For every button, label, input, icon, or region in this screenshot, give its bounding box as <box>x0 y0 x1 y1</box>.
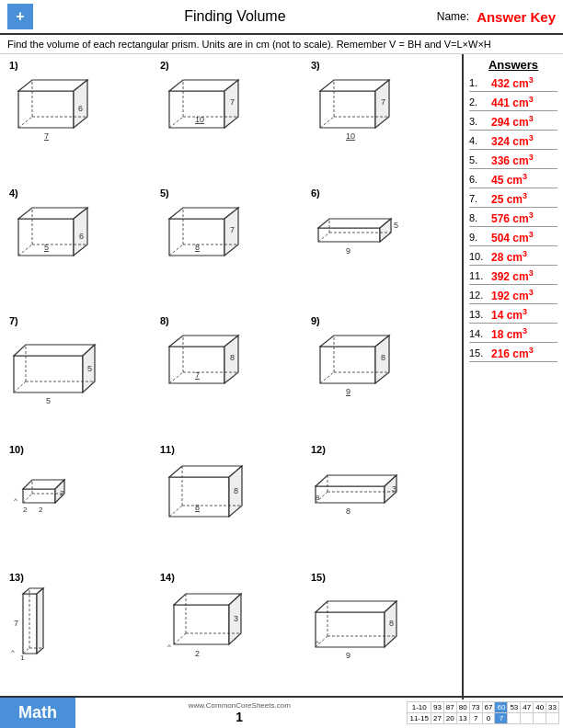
answer-val-2: 441 cm3 <box>491 95 534 109</box>
box-15: ^ 9 8 <box>311 585 412 663</box>
svg-text:2: 2 <box>23 506 28 514</box>
answer-num-7: 7. <box>469 193 488 204</box>
stat-40: 40 <box>534 702 546 713</box>
answer-val-8: 576 cm3 <box>491 210 534 225</box>
problem-8: 8) 7 8 <box>156 313 305 439</box>
stat-13: 13 <box>456 713 469 724</box>
svg-marker-101 <box>37 588 43 654</box>
footer-math-label: Math <box>0 698 75 728</box>
svg-marker-16 <box>320 91 375 128</box>
stats-table: 1-10 93 87 80 73 67 60 53 47 40 33 11-15… <box>407 701 559 724</box>
problem-12: 12) 8 8 3 <box>307 442 456 568</box>
problem-14: 14) ^ 2 3 <box>156 570 305 696</box>
problem-5-num: 5) <box>160 188 169 199</box>
svg-marker-64 <box>320 347 375 383</box>
problem-5: 5) 8 7 <box>156 186 305 312</box>
svg-text:^: ^ <box>14 496 17 505</box>
answer-item-5: 5. 336 cm3 <box>469 153 557 169</box>
box-4: 5 6 <box>9 200 110 279</box>
name-label: Name: <box>437 10 469 23</box>
svg-text:9: 9 <box>346 387 350 396</box>
answer-num-9: 9. <box>469 232 488 243</box>
answer-val-3: 294 cm3 <box>491 114 534 129</box>
svg-text:1: 1 <box>20 654 25 662</box>
answer-num-1: 1. <box>469 77 488 88</box>
stat-20: 20 <box>443 713 456 724</box>
problem-3-num: 3) <box>311 60 320 71</box>
svg-text:7: 7 <box>230 225 235 234</box>
problem-10-num: 10) <box>9 444 24 455</box>
answer-val-4: 324 cm3 <box>491 133 534 148</box>
footer: Math www.CommonCoreSheets.com 1 1-10 93 … <box>0 696 563 728</box>
box-9: 9 8 <box>311 328 412 406</box>
answer-item-15: 15. 216 cm3 <box>469 346 557 362</box>
answer-num-11: 11. <box>469 270 488 281</box>
problems-area: 1) 7 6 2) <box>0 54 462 700</box>
stat-empty4 <box>546 713 559 724</box>
box-14: ^ 2 3 <box>160 585 261 663</box>
box-13: 7 1 ^ <box>9 585 83 663</box>
problem-8-num: 8) <box>160 315 169 326</box>
instructions-text: Find the volume of each rectangular pris… <box>7 39 491 50</box>
answer-key-sidebar: Answers 1. 432 cm3 2. 441 cm3 3. 294 cm3… <box>462 54 563 700</box>
problem-13: 13) 7 1 ^ <box>6 570 155 696</box>
stat-67: 67 <box>482 702 495 713</box>
box-10: ^ 2 2 2 <box>9 457 110 521</box>
svg-text:^: ^ <box>316 639 319 647</box>
answer-num-13: 13. <box>469 309 488 320</box>
stat-empty2 <box>521 713 534 724</box>
svg-marker-0 <box>18 91 74 128</box>
problem-2-num: 2) <box>160 60 169 71</box>
box-7: 5 5 <box>9 328 110 406</box>
svg-text:5: 5 <box>87 364 92 373</box>
stat-53: 53 <box>508 702 521 713</box>
svg-text:2: 2 <box>39 506 43 514</box>
svg-text:5: 5 <box>394 221 398 230</box>
svg-marker-108 <box>174 605 229 644</box>
stat-60: 60 <box>495 702 508 713</box>
stat-47: 47 <box>521 702 534 713</box>
answer-num-6: 6. <box>469 174 488 185</box>
problem-11-num: 11) <box>160 444 175 455</box>
box-2: 10 7 <box>160 73 261 151</box>
svg-marker-72 <box>23 489 55 503</box>
svg-text:8: 8 <box>346 506 350 516</box>
svg-text:8: 8 <box>195 503 200 512</box>
stat-7: 7 <box>469 713 482 724</box>
svg-text:7: 7 <box>230 97 235 107</box>
problem-1: 1) 7 6 <box>6 58 155 184</box>
box-11: 8 8 <box>160 457 261 535</box>
problem-9: 9) 9 8 <box>307 313 456 439</box>
answer-item-14: 14. 18 cm3 <box>469 326 557 343</box>
problem-10: 10) ^ 2 2 2 <box>6 442 155 568</box>
answer-val-10: 28 cm3 <box>491 249 527 264</box>
svg-text:10: 10 <box>195 115 204 124</box>
svg-text:^: ^ <box>11 648 15 656</box>
problem-6: 6) 9 5 <box>307 186 456 312</box>
footer-center: www.CommonCoreSheets.com 1 <box>75 701 403 724</box>
box-8: 7 8 <box>160 328 261 406</box>
answer-num-5: 5. <box>469 154 488 165</box>
answer-num-2: 2. <box>469 97 488 108</box>
answer-item-1: 1. 432 cm3 <box>469 75 557 92</box>
stat-87: 87 <box>443 702 456 713</box>
svg-text:5: 5 <box>46 396 51 405</box>
svg-text:7: 7 <box>44 131 49 141</box>
svg-text:5: 5 <box>44 243 49 252</box>
svg-marker-49 <box>14 345 95 356</box>
answer-item-9: 9. 504 cm3 <box>469 230 557 246</box>
box-3: 10 7 <box>311 73 412 151</box>
answer-val-5: 336 cm3 <box>491 153 534 167</box>
answer-val-1: 432 cm3 <box>491 75 534 90</box>
answer-item-6: 6. 45 cm3 <box>469 172 557 188</box>
answer-num-12: 12. <box>469 290 488 301</box>
box-6: 9 5 <box>311 200 412 279</box>
answer-num-4: 4. <box>469 135 488 146</box>
problem-2: 2) 10 7 <box>156 58 305 184</box>
svg-marker-90 <box>316 486 385 503</box>
stat-73: 73 <box>469 702 482 713</box>
box-5: 8 7 <box>160 200 261 279</box>
problem-15: 15) ^ 9 8 <box>307 570 456 696</box>
answer-item-2: 2. 441 cm3 <box>469 95 557 111</box>
answer-val-9: 504 cm3 <box>491 230 534 245</box>
